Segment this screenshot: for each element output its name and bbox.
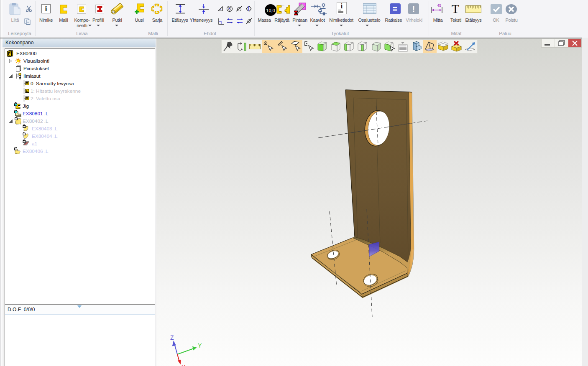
svg-text:Z: Z	[170, 334, 174, 341]
svg-text:!: !	[412, 5, 415, 13]
svg-text:45: 45	[437, 3, 441, 8]
svg-text:10,0: 10,0	[266, 8, 275, 13]
svg-text:X: X	[182, 364, 186, 366]
svg-text:T: T	[452, 3, 459, 14]
svg-text:i: i	[341, 3, 343, 10]
svg-text:Y: Y	[198, 342, 202, 349]
svg-text:i: i	[45, 5, 47, 13]
